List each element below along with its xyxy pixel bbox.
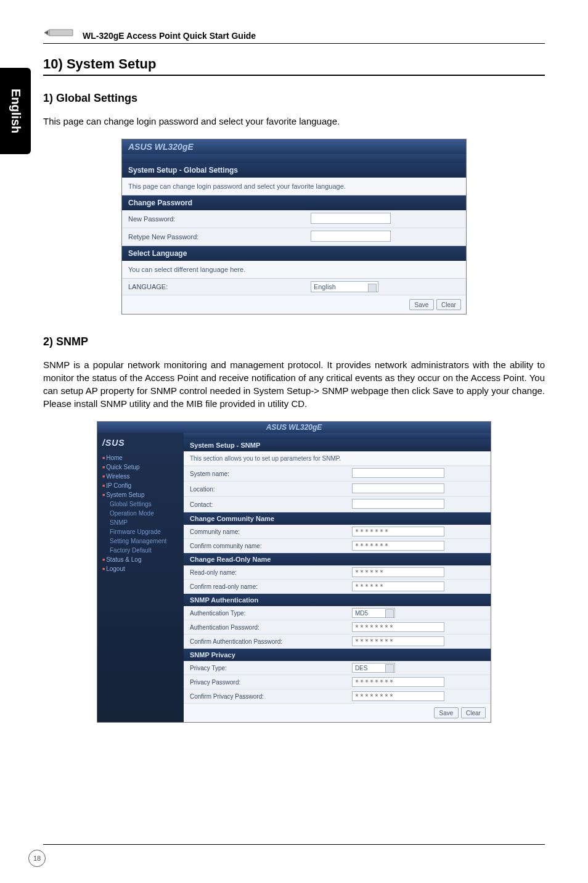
sidebar-item[interactable]: Home [102,453,179,462]
community-name-input[interactable]: ******* [352,527,444,536]
subsection-2-text: SNMP is a popular network monitoring and… [43,358,545,410]
label-contact: Contact: [190,501,352,508]
contact-input[interactable] [352,499,444,509]
language-tab: English [0,68,31,154]
label-confirm-community-name: Confirm community name: [190,543,352,549]
pencil-icon [43,25,74,41]
sidebar-item[interactable]: IP Config [102,481,179,490]
confirm-priv-password-input[interactable]: ******** [352,691,444,701]
panel-title: System Setup - SNMP [184,439,491,451]
system-name-input[interactable] [352,468,444,478]
label-retype-password: Retype New Password: [128,233,311,240]
label-location: Location: [190,486,352,493]
sidebar-item[interactable]: Wireless [102,472,179,481]
page-number: 18 [28,850,46,867]
label-priv-type: Privacy Type: [190,665,352,671]
language-desc: You can select different language here. [122,261,466,279]
subsection-1-title: 1) Global Settings [43,92,545,105]
sidebar-item[interactable]: SNMP [102,518,179,527]
save-button[interactable]: Save [434,707,459,718]
sidebar-item[interactable]: Global Settings [102,499,179,509]
label-read-only-name: Read-only name: [190,569,352,576]
auth-password-input[interactable]: ******** [352,622,444,632]
screenshot-snmp: ASUS WL320gE /SUS HomeQuick SetupWireles… [97,421,491,723]
doc-header: WL-320gE Access Point Quick Start Guide [43,25,545,44]
subsection-1-text: This page can change login password and … [43,115,545,128]
section-snmp-authentication: SNMP Authentication [184,594,491,606]
label-new-password: New Password: [128,215,311,223]
label-system-name: System name: [190,470,352,477]
footer-rule [43,844,545,845]
sidebar-item[interactable]: Factory Default [102,546,179,555]
panel-desc: This section allows you to set up parame… [184,451,491,466]
label-confirm-auth-password: Confirm Authentication Password: [190,638,352,645]
section-title: 10) System Setup [43,56,545,76]
product-banner: ASUS WL320gE [97,422,491,433]
priv-type-select[interactable]: DES [352,663,395,673]
read-only-name-input[interactable]: ****** [352,567,444,577]
brand-logo: /SUS [102,437,179,450]
clear-button[interactable]: Clear [461,707,486,718]
panel-title: System Setup - Global Settings [122,163,466,178]
auth-type-select[interactable]: MD5 [352,608,395,618]
label-auth-type: Authentication Type: [190,610,352,617]
label-language: LANGUAGE: [128,283,311,290]
new-password-input[interactable] [311,213,391,224]
sidebar: /SUS HomeQuick SetupWirelessIP ConfigSys… [97,433,184,722]
location-input[interactable] [352,483,444,493]
label-confirm-read-only-name: Confirm read-only name: [190,583,352,590]
priv-password-input[interactable]: ******** [352,677,444,687]
svg-marker-0 [44,30,73,36]
save-button[interactable]: Save [409,299,434,310]
sidebar-item[interactable]: Firmware Upgrade [102,527,179,536]
subsection-2-title: 2) SNMP [43,335,545,348]
label-confirm-priv-password: Confirm Privacy Password: [190,693,352,700]
section-community-name: Change Community Name [184,512,491,525]
section-snmp-privacy: SNMP Privacy [184,649,491,661]
screenshot-global-settings: ASUS WL320gE System Setup - Global Setti… [121,139,467,314]
label-community-name: Community name: [190,528,352,535]
sidebar-item[interactable]: Quick Setup [102,462,179,472]
confirm-read-only-name-input[interactable]: ****** [352,581,444,591]
section-read-only-name: Change Read-Only Name [184,553,491,565]
clear-button[interactable]: Clear [436,299,461,310]
sidebar-item[interactable]: Operation Mode [102,509,179,518]
confirm-auth-password-input[interactable]: ******** [352,636,444,646]
panel-desc: This page can change login password and … [122,178,466,195]
language-select[interactable]: English [311,281,378,292]
confirm-community-name-input[interactable]: ******* [352,541,444,551]
sidebar-item[interactable]: System Setup [102,490,179,499]
product-banner: ASUS WL320gE [122,139,466,154]
label-priv-password: Privacy Password: [190,679,352,686]
sidebar-item[interactable]: Setting Management [102,536,179,546]
sidebar-item[interactable]: Logout [102,564,179,573]
section-change-password: Change Password [122,195,466,210]
section-select-language: Select Language [122,246,466,261]
retype-password-input[interactable] [311,231,391,242]
sidebar-item[interactable]: Status & Log [102,555,179,564]
doc-header-title: WL-320gE Access Point Quick Start Guide [83,31,256,41]
label-auth-password: Authentication Password: [190,624,352,631]
